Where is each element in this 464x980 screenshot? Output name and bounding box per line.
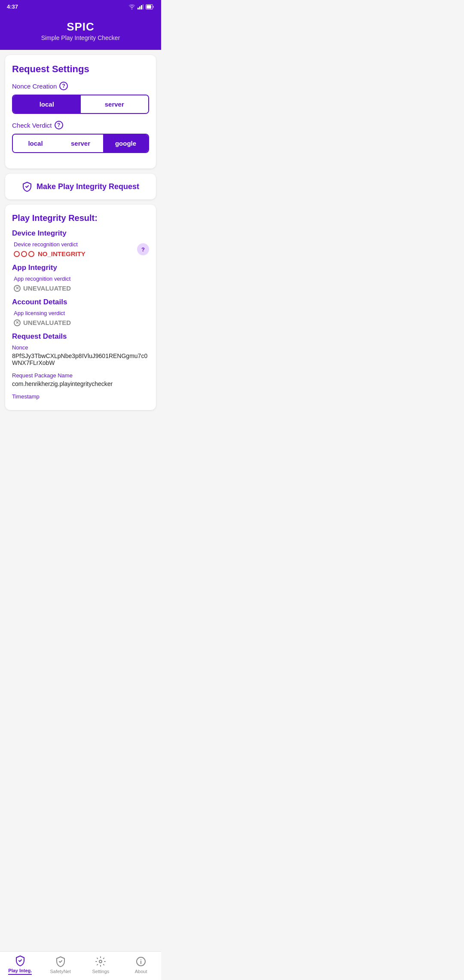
account-details-row: App licensing verdict ✕ UNEVALUATED <box>12 310 149 326</box>
nonce-detail-value: 8PfSJy3TbwCXLpNbe3p8IVluJ9601RENGgmu7c0W… <box>12 352 149 366</box>
app-unevaluated-label: UNEVALUATED <box>23 285 71 292</box>
nonce-server-button[interactable]: server <box>81 95 149 113</box>
check-verdict-help-icon[interactable]: ? <box>55 121 63 129</box>
svg-rect-5 <box>147 5 151 9</box>
verdict-server-button[interactable]: server <box>58 135 103 152</box>
nonce-creation-label: Nonce Creation ? <box>12 82 149 90</box>
make-request-button[interactable]: Make Play Integrity Request <box>5 174 156 199</box>
svg-rect-3 <box>143 4 143 9</box>
account-unevaluated-label: UNEVALUATED <box>23 319 71 326</box>
app-header: SPIC Simple Play Integrity Checker <box>0 13 161 50</box>
verdict-google-button[interactable]: google <box>103 135 148 152</box>
play-integrity-result-card: Play Integrity Result: Device Integrity … <box>5 205 156 410</box>
account-unevaluated-icon: ✕ <box>14 319 21 326</box>
dot-3 <box>28 251 34 257</box>
app-integrity-content: App recognition verdict ✕ UNEVALUATED <box>14 276 149 292</box>
verdict-local-button[interactable]: local <box>13 135 58 152</box>
account-unevaluated-value: ✕ UNEVALUATED <box>14 319 149 326</box>
app-title: SPIC <box>7 20 154 34</box>
app-subtitle: Simple Play Integrity Checker <box>7 34 154 41</box>
app-integrity-row: App recognition verdict ✕ UNEVALUATED <box>12 276 149 292</box>
timestamp-label: Timestamp <box>12 393 149 400</box>
dot-1 <box>14 251 20 257</box>
make-request-label: Make Play Integrity Request <box>37 182 139 191</box>
device-verdict-value: NO_INTEGRITY <box>14 250 137 257</box>
status-bar: 4:37 <box>0 0 161 13</box>
svg-rect-1 <box>139 6 140 9</box>
svg-rect-2 <box>141 5 142 9</box>
app-integrity-label: App Integrity <box>12 263 149 272</box>
package-name-label: Request Package Name <box>12 372 149 379</box>
check-verdict-group: Check Verdict ? local server google <box>12 121 149 153</box>
wifi-icon <box>128 4 135 9</box>
device-integrity-row: Device recognition verdict NO_INTEGRITY … <box>12 241 149 257</box>
request-settings-card: Request Settings Nonce Creation ? local … <box>5 55 156 168</box>
package-name-value: com.henrikherzig.playintegritychecker <box>12 380 149 387</box>
nonce-local-button[interactable]: local <box>13 95 81 113</box>
device-integrity-content: Device recognition verdict NO_INTEGRITY <box>14 241 137 257</box>
dot-2 <box>21 251 27 257</box>
battery-icon <box>146 4 154 9</box>
result-section-title: Play Integrity Result: <box>12 213 149 223</box>
signal-icon <box>137 4 143 9</box>
nonce-detail-label: Nonce <box>12 344 149 351</box>
device-integrity-label: Device Integrity <box>12 229 149 238</box>
svg-rect-0 <box>137 8 139 9</box>
app-sub-label: App recognition verdict <box>14 276 149 282</box>
main-content: Request Settings Nonce Creation ? local … <box>0 50 161 450</box>
status-icons <box>128 4 154 9</box>
check-verdict-toggle: local server google <box>12 134 149 153</box>
device-sub-label: Device recognition verdict <box>14 241 137 248</box>
status-time: 4:37 <box>7 3 18 10</box>
verdict-dots <box>14 251 34 257</box>
device-help-icon: ? <box>141 246 145 253</box>
nonce-creation-toggle: local server <box>12 95 149 114</box>
check-verdict-label: Check Verdict ? <box>12 121 149 129</box>
device-integrity-help-button[interactable]: ? <box>137 243 149 255</box>
shield-icon <box>22 181 32 192</box>
app-unevaluated-icon: ✕ <box>14 285 21 292</box>
nonce-creation-help-icon[interactable]: ? <box>59 82 68 90</box>
request-details-label: Request Details <box>12 332 149 341</box>
request-settings-title: Request Settings <box>12 64 149 75</box>
account-details-content: App licensing verdict ✕ UNEVALUATED <box>14 310 149 326</box>
nonce-creation-group: Nonce Creation ? local server <box>12 82 149 114</box>
account-details-label: Account Details <box>12 298 149 306</box>
account-sub-label: App licensing verdict <box>14 310 149 316</box>
no-integrity-label: NO_INTEGRITY <box>38 250 85 257</box>
app-unevaluated-value: ✕ UNEVALUATED <box>14 285 149 292</box>
